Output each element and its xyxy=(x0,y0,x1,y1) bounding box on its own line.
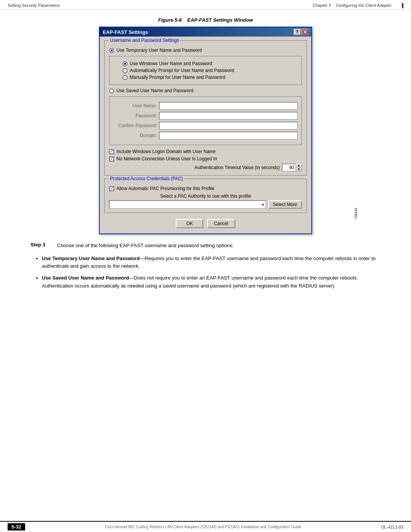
pac-group: Protected Access Credentials (PAC) Allow… xyxy=(104,179,307,213)
temp-user-options: Use Windows User Name and Password Autom… xyxy=(109,56,302,85)
radio-manual-prompt[interactable] xyxy=(123,75,127,80)
radio-auto-prompt[interactable] xyxy=(123,68,127,73)
page-footer: 5-32 Cisco Aironet 802.11a/b/g Wireless … xyxy=(0,521,411,532)
radio-use-windows-label: Use Windows User Name and Password xyxy=(130,61,212,66)
auth-timeout-row: Authentication Timeout Value (in seconds… xyxy=(109,164,302,171)
include-domain-label: Include Windows Logon Domain with User N… xyxy=(116,149,216,154)
select-more-button[interactable]: Select More xyxy=(268,200,302,209)
allow-pac-row[interactable]: Allow Automatic PAC Provisioning for thi… xyxy=(109,186,302,191)
pac-select-row: ▼ Select More xyxy=(109,200,302,209)
domain-row: Domain: xyxy=(113,132,298,139)
spin-up-button[interactable]: ▲ xyxy=(296,164,302,168)
bullet-item-2: Use Saved User Name and Password—Does no… xyxy=(42,274,381,290)
no-network-checkbox[interactable] xyxy=(109,157,114,161)
dropdown-arrow-icon: ▼ xyxy=(261,203,265,207)
dialog-body: Username and Password Settings Use Tempo… xyxy=(100,37,311,233)
radio-use-windows-row[interactable]: Use Windows User Name and Password xyxy=(123,61,298,66)
figure-side-number: 136181 xyxy=(354,208,358,219)
main-content: Figure 5-8 EAP-FAST Settings Window EAP-… xyxy=(0,10,411,302)
bullet2-title: Use Saved User Name and Password xyxy=(42,275,129,281)
radio-auto-prompt-row[interactable]: Automatically Prompt for User Name and P… xyxy=(123,68,298,73)
page-header: Setting Security Parameters Chapter 5 Co… xyxy=(0,0,411,10)
titlebar-buttons: ? ✕ xyxy=(294,29,308,35)
pac-authority-label: Select a PAC Authority to use with this … xyxy=(109,193,302,199)
bullet1-dash: — xyxy=(140,256,145,261)
bullet2-dash: — xyxy=(129,275,134,281)
radio-use-temp-row[interactable]: Use Temporary User Name and Password xyxy=(109,48,302,53)
cancel-button[interactable]: Cancel xyxy=(207,219,235,228)
allow-pac-label: Allow Automatic PAC Provisioning for thi… xyxy=(116,186,214,191)
include-domain-row[interactable]: Include Windows Logon Domain with User N… xyxy=(109,149,302,154)
domain-label: Domain: xyxy=(113,133,159,138)
step-row: Step 3 Choose one of the following EAP-F… xyxy=(30,242,381,249)
radio-use-windows[interactable] xyxy=(123,61,127,66)
auth-timeout-input[interactable] xyxy=(282,164,296,171)
help-button[interactable]: ? xyxy=(294,29,301,35)
radio-use-temp-label: Use Temporary User Name and Password xyxy=(116,48,202,53)
page-number: 5-32 xyxy=(8,523,25,530)
footer-center-text: Cisco Aironet 802.11a/b/g Wireless LAN C… xyxy=(25,525,381,529)
ok-button[interactable]: OK xyxy=(176,219,203,228)
eap-fast-dialog: EAP-FAST Settings ? ✕ Username and Passw… xyxy=(99,27,312,234)
header-section: Setting Security Parameters xyxy=(8,3,60,8)
spin-down-button[interactable]: ▼ xyxy=(296,168,302,171)
dialog-title: EAP-FAST Settings xyxy=(103,29,148,35)
no-network-label: No Network Connection Unless User Is Log… xyxy=(116,156,217,161)
radio-use-saved[interactable] xyxy=(109,88,114,93)
radio-manual-prompt-label: Manually Prompt for User Name and Passwo… xyxy=(130,75,225,80)
auth-timeout-label: Authentication Timeout Value (in seconds… xyxy=(194,165,280,170)
footer-right-text: OL-4211-03 xyxy=(381,525,403,529)
figure-caption: Figure 5-8 EAP-FAST Settings Window xyxy=(30,17,381,23)
step-label: Step 3 xyxy=(30,242,49,249)
pac-section-title: Protected Access Credentials (PAC) xyxy=(108,176,185,181)
dialog-footer: OK Cancel xyxy=(104,216,307,230)
radio-use-temp[interactable] xyxy=(109,48,114,53)
auth-timeout-spinner[interactable]: ▲ ▼ xyxy=(282,164,302,171)
no-network-row[interactable]: No Network Connection Unless User Is Log… xyxy=(109,156,302,161)
username-section-title: Username and Password Settings xyxy=(108,38,180,43)
confirm-password-input[interactable] xyxy=(159,122,298,129)
confirm-password-label: Confirm Password: xyxy=(113,123,159,128)
allow-pac-checkbox[interactable] xyxy=(109,186,114,191)
header-chapter: Chapter 5 Configuring the Client Adapter… xyxy=(313,3,403,8)
close-button[interactable]: ✕ xyxy=(301,29,308,35)
radio-manual-prompt-row[interactable]: Manually Prompt for User Name and Passwo… xyxy=(123,75,298,80)
domain-input[interactable] xyxy=(159,132,298,139)
step-bullet-list: Use Temporary User Name and Password—Req… xyxy=(30,255,381,290)
username-row: User Name: xyxy=(113,102,298,110)
username-input[interactable] xyxy=(159,102,298,110)
radio-use-saved-label: Use Saved User Name and Password xyxy=(116,88,193,93)
confirm-password-row: Confirm Password: xyxy=(113,122,298,129)
radio-use-saved-row[interactable]: Use Saved User Name and Password xyxy=(109,88,302,93)
bullet-item-1: Use Temporary User Name and Password—Req… xyxy=(42,255,381,271)
spinner-buttons: ▲ ▼ xyxy=(296,164,302,171)
radio-auto-prompt-label: Automatically Prompt for User Name and P… xyxy=(130,68,234,73)
step-content: Step 3 Choose one of the following EAP-F… xyxy=(30,242,381,290)
username-password-group: Username and Password Settings Use Tempo… xyxy=(104,40,307,176)
include-domain-checkbox[interactable] xyxy=(109,149,114,154)
indented-radio-group: Use Windows User Name and Password Autom… xyxy=(123,61,298,80)
dialog-wrapper: EAP-FAST Settings ? ✕ Username and Passw… xyxy=(30,27,381,234)
bullet1-title: Use Temporary User Name and Password xyxy=(42,256,140,261)
username-label: User Name: xyxy=(113,103,159,109)
saved-user-fields: User Name: Password: Confirm Password: xyxy=(109,96,302,145)
pac-dropdown[interactable]: ▼ xyxy=(109,200,266,209)
step-intro: Choose one of the following EAP-FAST use… xyxy=(57,242,234,249)
dialog-titlebar: EAP-FAST Settings ? ✕ xyxy=(100,27,311,37)
password-input[interactable] xyxy=(159,112,298,120)
password-row: Password: xyxy=(113,112,298,120)
password-label: Password: xyxy=(113,113,159,118)
